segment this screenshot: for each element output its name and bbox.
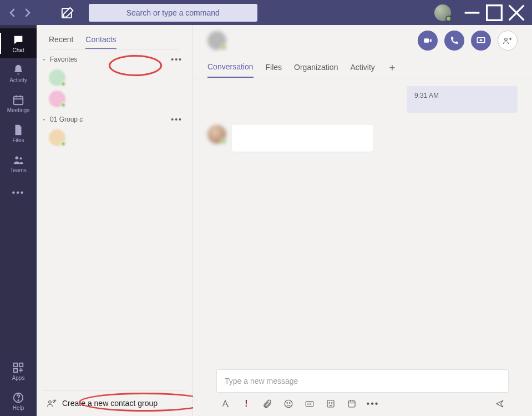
send-button[interactable]	[494, 398, 505, 409]
svg-rect-22	[424, 38, 429, 43]
group-favorites-more-button[interactable]: •••	[171, 55, 183, 64]
people-add-icon	[47, 398, 57, 408]
rail-meetings-label: Meetings	[7, 107, 30, 113]
rail-apps[interactable]: Apps	[0, 356, 37, 386]
contact-avatar	[49, 91, 65, 107]
group-favorites-header[interactable]: ▼ Favorites •••	[37, 49, 192, 67]
rail-files[interactable]: Files	[0, 118, 37, 148]
tab-contacts[interactable]: Contacts	[85, 35, 116, 49]
create-contact-group-label: Create a new contact group	[62, 399, 158, 408]
contact-avatar	[49, 69, 65, 86]
presence-available-icon	[221, 138, 227, 144]
rail-activity[interactable]: Activity	[0, 58, 37, 88]
chat-panel-tabs: Recent Contacts	[37, 25, 192, 49]
audio-call-button[interactable]	[444, 31, 464, 51]
message-input[interactable]	[216, 369, 509, 393]
message-list: 9:31 AM	[193, 78, 532, 369]
current-user-avatar[interactable]	[434, 4, 451, 21]
rail-apps-label: Apps	[12, 375, 25, 381]
sent-message[interactable]: 9:31 AM	[207, 86, 518, 113]
svg-rect-35	[348, 401, 355, 407]
contact-item[interactable]	[37, 88, 192, 109]
message-timestamp: 9:31 AM	[414, 92, 439, 99]
chevron-down-icon: ▼	[42, 58, 48, 62]
presence-available-icon	[60, 102, 66, 108]
schedule-meeting-button[interactable]	[346, 398, 357, 409]
svg-point-10	[19, 157, 22, 159]
group-01-more-button[interactable]: •••	[171, 115, 183, 124]
received-message[interactable]	[207, 125, 518, 152]
window-close-button[interactable]	[505, 4, 528, 22]
contact-item[interactable]	[37, 127, 192, 148]
chat-content: Conversation Files Organization Activity…	[193, 25, 532, 416]
svg-point-33	[329, 403, 330, 404]
rail-more-button[interactable]: •••	[0, 181, 37, 205]
peer-avatar[interactable]	[207, 31, 226, 50]
tab-conversation[interactable]: Conversation	[207, 56, 254, 78]
chevron-down-icon: ▼	[42, 118, 48, 122]
emoji-button[interactable]	[283, 398, 294, 409]
chat-header	[193, 25, 532, 56]
more-options-button[interactable]: •••	[367, 398, 378, 409]
add-people-button[interactable]	[498, 31, 518, 51]
rail-chat-label: Chat	[12, 47, 24, 53]
group-01-label: 01 Group c	[50, 116, 83, 123]
presence-available-icon	[60, 81, 66, 87]
svg-rect-32	[327, 400, 334, 407]
nav-back-button[interactable]	[7, 7, 19, 19]
rail-help-label: Help	[13, 405, 24, 411]
window-minimize-button[interactable]	[461, 4, 483, 22]
rail-meetings[interactable]: Meetings	[0, 88, 37, 118]
presence-available-icon	[445, 16, 452, 22]
search-input[interactable]: Search or type a command	[89, 4, 257, 22]
contact-avatar	[49, 129, 65, 146]
tab-recent[interactable]: Recent	[49, 35, 73, 49]
svg-text:GIF: GIF	[307, 402, 312, 405]
gif-button[interactable]: GIF	[304, 398, 315, 409]
contact-item[interactable]	[37, 67, 192, 88]
tabs-underline	[49, 49, 180, 49]
window-maximize-button[interactable]	[483, 4, 505, 22]
title-bar: Search or type a command	[0, 0, 532, 25]
new-chat-button[interactable]	[60, 6, 74, 20]
svg-point-9	[16, 156, 19, 159]
tab-activity[interactable]: Activity	[350, 56, 374, 78]
create-contact-group-button[interactable]: Create a new contact group	[43, 390, 186, 416]
group-01-header[interactable]: ▼ 01 Group c •••	[37, 109, 192, 127]
svg-rect-2	[487, 5, 502, 20]
rail-chat[interactable]: Chat	[0, 28, 37, 58]
attach-button[interactable]	[262, 398, 273, 409]
screen-share-button[interactable]	[471, 31, 491, 51]
svg-rect-12	[19, 363, 23, 366]
svg-point-34	[332, 403, 333, 404]
tab-files[interactable]: Files	[266, 56, 282, 78]
svg-point-28	[287, 403, 288, 404]
video-call-button[interactable]	[418, 31, 438, 51]
svg-point-18	[49, 401, 52, 404]
format-button[interactable]	[220, 398, 231, 409]
rail-files-label: Files	[12, 137, 24, 143]
compose-area: ! GIF •••	[193, 369, 532, 416]
compose-toolbar: ! GIF •••	[216, 393, 509, 409]
message-bubble: 9:31 AM	[407, 86, 518, 113]
svg-rect-11	[14, 363, 17, 366]
svg-point-24	[505, 38, 508, 41]
tab-organization[interactable]: Organization	[294, 56, 338, 78]
sender-avatar	[207, 125, 226, 144]
presence-available-icon	[221, 44, 227, 51]
svg-rect-13	[14, 368, 17, 372]
svg-point-27	[285, 400, 292, 408]
chat-list-panel: Recent Contacts ▼ Favorites ••• ▼ 01 Gro…	[37, 25, 193, 416]
nav-forward-button[interactable]	[21, 7, 33, 19]
rail-help[interactable]: Help	[0, 386, 37, 416]
rail-teams-label: Teams	[10, 167, 26, 173]
chat-content-tabs: Conversation Files Organization Activity…	[193, 56, 532, 78]
rail-activity-label: Activity	[9, 77, 27, 83]
svg-point-17	[18, 399, 18, 400]
message-bubble	[232, 125, 373, 152]
sticker-button[interactable]	[325, 398, 336, 409]
add-tab-button[interactable]: ＋	[387, 61, 397, 74]
priority-button[interactable]: !	[241, 398, 252, 409]
search-placeholder: Search or type a command	[126, 8, 220, 17]
rail-teams[interactable]: Teams	[0, 148, 37, 178]
